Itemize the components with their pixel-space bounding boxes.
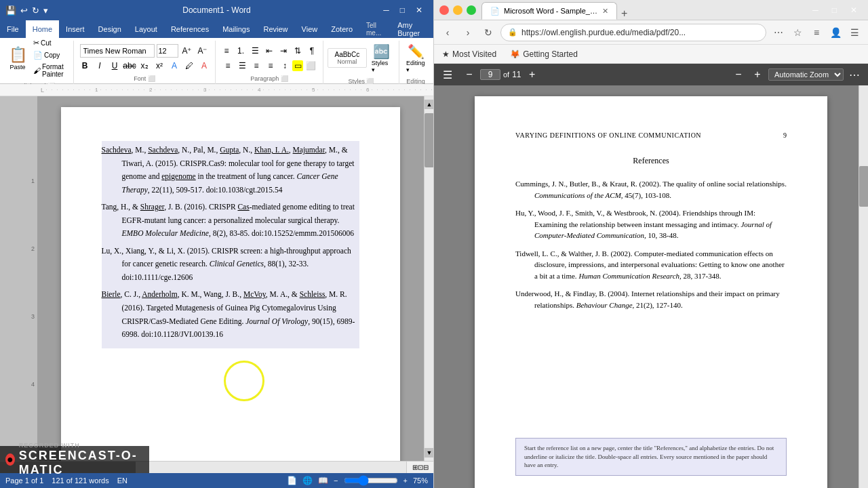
font-name-input[interactable]: [80, 44, 155, 58]
tab-close-button[interactable]: ✕: [602, 7, 608, 16]
editing-group-label: Editing: [406, 78, 425, 85]
line-spacing-button[interactable]: ↕: [278, 59, 292, 73]
tab-home[interactable]: Home: [26, 20, 59, 38]
borders-button[interactable]: ⬜: [304, 59, 317, 73]
bullets-button[interactable]: ≡: [220, 44, 233, 58]
decrease-indent-button[interactable]: ⇤: [262, 44, 276, 58]
scroll-thumb[interactable]: [425, 113, 433, 167]
justify-button[interactable]: ≡: [264, 59, 277, 73]
view-mode-print[interactable]: 📄: [287, 476, 297, 485]
browser-minimize[interactable]: ─: [807, 5, 824, 15]
tab-references[interactable]: References: [164, 20, 216, 38]
paste-button[interactable]: 📋 Paste: [5, 45, 30, 72]
redo-icon[interactable]: ↻: [32, 5, 39, 16]
copy-button[interactable]: 📄Copy: [31, 49, 69, 61]
scroll-up-button[interactable]: ▲: [425, 100, 433, 109]
show-marks-button[interactable]: ¶: [305, 44, 319, 58]
tab-layout[interactable]: Layout: [128, 20, 164, 38]
multilevel-button[interactable]: ☰: [248, 44, 262, 58]
zoom-out-button[interactable]: −: [334, 476, 338, 485]
italic-button[interactable]: I: [93, 59, 106, 73]
maximize-button[interactable]: □: [395, 5, 410, 15]
customize-icon[interactable]: ▾: [43, 5, 48, 16]
text-effects-button[interactable]: A: [167, 59, 181, 73]
extensions-button[interactable]: ⋯: [770, 24, 787, 41]
view-mode-web[interactable]: 🌐: [302, 476, 313, 485]
pdf-next-page[interactable]: +: [524, 66, 540, 83]
increase-indent-button[interactable]: ⇥: [277, 44, 290, 58]
tab-favicon: 📄: [490, 7, 500, 16]
address-bar[interactable]: 🔒 https://owl.english.purdue.edu/media/p…: [500, 24, 766, 41]
align-right-button[interactable]: ≡: [250, 59, 263, 73]
minimize-button[interactable]: ─: [378, 5, 395, 15]
pdf-sidebar-toggle[interactable]: ☰: [439, 66, 456, 83]
subscript-button[interactable]: x₂: [138, 59, 151, 73]
browser-close-button[interactable]: [439, 5, 449, 15]
pdf-zoom-out[interactable]: −: [730, 66, 747, 83]
styles-button[interactable]: 🔤 Styles ▾: [369, 42, 395, 75]
pdf-more-options[interactable]: ⋯: [846, 66, 863, 83]
bookmark-most-visited[interactable]: ★ Most Visited: [439, 48, 499, 60]
tab-insert[interactable]: Insert: [59, 20, 92, 38]
font-size-input[interactable]: [157, 44, 178, 58]
tab-design[interactable]: Design: [92, 20, 128, 38]
superscript-button[interactable]: x²: [153, 59, 166, 73]
bold-button[interactable]: B: [78, 59, 92, 73]
align-left-button[interactable]: ≡: [221, 59, 235, 73]
forward-button[interactable]: ›: [460, 24, 476, 41]
pdf-tooltip-text: Start the reference list on a new page, …: [524, 445, 774, 468]
back-button[interactable]: ‹: [439, 24, 456, 41]
text-highlight-button[interactable]: 🖊: [182, 59, 196, 73]
reader-view-button[interactable]: ≡: [808, 24, 825, 41]
new-tab-button[interactable]: +: [617, 7, 631, 20]
scroll-down-button[interactable]: ▼: [425, 448, 433, 458]
align-center-button[interactable]: ☰: [235, 59, 249, 73]
word-document-area: 1 2 3 4 Sachdeva, M., Sachdeva, N., Pal,…: [0, 96, 433, 461]
format-painter-button[interactable]: 🖌Format Painter: [31, 62, 69, 79]
bookmark-getting-started[interactable]: 🦊 Getting Started: [507, 48, 580, 60]
menu-button[interactable]: ☰: [846, 24, 863, 41]
browser-tab-active[interactable]: 📄 Microsoft Word - Sample_APA_1... ✕: [481, 2, 617, 20]
font-group-label: Font ⬜: [134, 75, 155, 82]
browser-min-button[interactable]: [453, 5, 462, 15]
view-mode-read[interactable]: 📖: [318, 476, 328, 485]
font-color-button[interactable]: A: [197, 59, 211, 73]
clipboard-group: 📋 Paste ✂Cut 📄Copy 🖌Format Painter Clipb…: [1, 41, 74, 85]
tab-file[interactable]: File: [0, 20, 26, 38]
vertical-scrollbar[interactable]: ▲ ▼: [424, 96, 433, 461]
shading-button[interactable]: ▭: [292, 60, 303, 71]
editing-button[interactable]: ✏️ Editing ▾: [403, 42, 428, 75]
bookmark-button[interactable]: ☆: [789, 24, 806, 41]
tell-me[interactable]: Tell me...: [359, 20, 388, 38]
shrink-font-button[interactable]: A⁻: [196, 44, 210, 58]
pdf-scroll-thumb[interactable]: [859, 166, 868, 207]
save-icon[interactable]: 💾: [5, 5, 16, 16]
reload-button[interactable]: ↻: [480, 24, 496, 41]
pdf-zoom-controls: − + Automatic Zoom 50% 75% 100% 125% 150…: [730, 66, 863, 83]
pdf-prev-page[interactable]: −: [461, 66, 477, 83]
zoom-in-button[interactable]: +: [403, 476, 408, 485]
tab-review[interactable]: Review: [257, 20, 295, 38]
tab-view[interactable]: View: [295, 20, 325, 38]
url-text: https://owl.english.purdue.edu/media/pdf…: [521, 28, 686, 37]
browser-maximize[interactable]: □: [827, 5, 842, 15]
pdf-scrollbar[interactable]: [859, 85, 868, 488]
tab-zotero[interactable]: Zotero: [324, 20, 359, 38]
tab-mailings[interactable]: Mailings: [216, 20, 256, 38]
zoom-slider[interactable]: [344, 475, 398, 486]
undo-icon[interactable]: ↩: [20, 5, 28, 16]
sync-button[interactable]: 👤: [827, 24, 844, 41]
underline-button[interactable]: U: [108, 59, 121, 73]
pdf-page-input[interactable]: [480, 69, 500, 80]
numbering-button[interactable]: 1.: [234, 44, 248, 58]
grow-font-button[interactable]: A⁺: [180, 44, 194, 58]
browser-close[interactable]: ✕: [845, 5, 863, 15]
pdf-zoom-select[interactable]: Automatic Zoom 50% 75% 100% 125% 150%: [768, 68, 844, 81]
cut-button[interactable]: ✂Cut: [31, 37, 69, 49]
sort-button[interactable]: ⇅: [291, 44, 304, 58]
styles-gallery[interactable]: AaBbCc Normal: [328, 48, 367, 68]
browser-max-button[interactable]: [467, 5, 476, 15]
close-button[interactable]: ✕: [410, 5, 428, 15]
strikethrough-button[interactable]: abc: [123, 59, 136, 73]
pdf-zoom-in[interactable]: +: [749, 66, 766, 83]
